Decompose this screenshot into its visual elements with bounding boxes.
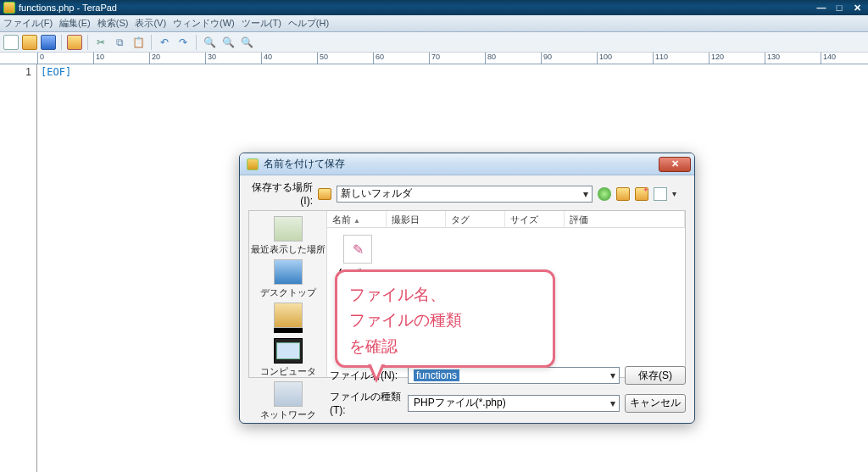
dialog-titlebar[interactable]: 名前を付けて保存 ✕ (240, 153, 694, 175)
php-file-icon: ✎ (343, 235, 372, 264)
find-icon[interactable]: 🔍 (202, 35, 217, 50)
ruler-tick: 120 (709, 53, 724, 64)
ruler-tick: 30 (205, 53, 216, 64)
recent-search-icon[interactable]: 🔍 (239, 35, 254, 50)
ruler: 0 10 20 30 40 50 60 70 80 90 100 110 120… (0, 53, 868, 64)
annotation-line1: ファイル名、 (349, 282, 541, 308)
folder-icon (318, 188, 331, 200)
filetype-field[interactable]: PHPファイル(*.php) (408, 395, 620, 412)
col-rate[interactable]: 評価 (565, 211, 685, 227)
ruler-tick: 140 (821, 53, 836, 64)
menu-window[interactable]: ウィンドウ(W) (173, 17, 235, 30)
computer-icon (274, 338, 303, 364)
menu-view[interactable]: 表示(V) (135, 17, 166, 30)
location-combo[interactable]: 新しいフォルダ (337, 186, 593, 203)
views-icon[interactable] (654, 187, 667, 201)
location-value: 新しいフォルダ (341, 186, 412, 201)
cancel-button[interactable]: キャンセル (625, 394, 686, 413)
ruler-tick: 20 (149, 53, 160, 64)
open-file-icon[interactable] (22, 35, 37, 50)
app-titlebar: functions.php - TeraPad — □ ✕ (0, 0, 868, 15)
window-title: functions.php - TeraPad (19, 3, 117, 13)
toolbar-separator (61, 35, 62, 50)
menu-tool[interactable]: ツール(T) (242, 17, 281, 30)
eof-marker: [EOF] (41, 66, 71, 78)
ruler-tick: 70 (429, 53, 440, 64)
toolbar-separator (87, 35, 88, 50)
menu-file[interactable]: ファイル(F) (3, 17, 53, 30)
annotation-line2: ファイルの種類 (349, 308, 541, 333)
ruler-tick: 40 (261, 53, 272, 64)
dialog-icon (247, 158, 259, 170)
code-content[interactable]: [EOF] (37, 64, 71, 472)
recent-places-icon (274, 216, 303, 242)
sort-asc-icon: ▲ (353, 217, 360, 225)
dialog-title: 名前を付けて保存 (264, 157, 345, 171)
location-label: 保存する場所(I): (248, 180, 313, 207)
redo-icon[interactable]: ↷ (175, 35, 191, 50)
nav-up-icon[interactable] (616, 187, 630, 201)
save-file-icon[interactable] (41, 35, 56, 50)
nav-back-icon[interactable] (598, 187, 611, 201)
print-icon[interactable] (67, 35, 82, 50)
annotation-line3: を確認 (349, 334, 541, 359)
paste-icon[interactable]: 📋 (131, 35, 146, 50)
ruler-tick: 130 (765, 53, 780, 64)
cut-icon[interactable]: ✂ (93, 35, 108, 50)
maximize-button[interactable]: □ (832, 2, 847, 14)
ruler-tick: 90 (541, 53, 552, 64)
col-tag[interactable]: タグ (446, 211, 505, 227)
menu-edit[interactable]: 編集(E) (59, 17, 91, 30)
annotation-bubble: ファイル名、 ファイルの種類 を確認 (335, 269, 555, 368)
filetype-value: PHPファイル(*.php) (414, 396, 506, 410)
col-size[interactable]: サイズ (505, 211, 565, 227)
line-gutter: 1 (0, 64, 37, 472)
ruler-tick: 0 (37, 53, 44, 64)
filetype-label: ファイルの種類(T): (330, 390, 403, 416)
menu-bar: ファイル(F) 編集(E) 検索(S) 表示(V) ウィンドウ(W) ツール(T… (0, 15, 868, 32)
desktop-icon (274, 259, 303, 285)
ruler-tick: 110 (653, 53, 668, 64)
save-button[interactable]: 保存(S) (625, 366, 686, 385)
col-name[interactable]: 名前▲ (327, 211, 387, 227)
tool-bar: ✂ ⧉ 📋 ↶ ↷ 🔍 🔍 🔍 (0, 32, 868, 53)
ruler-tick: 80 (485, 53, 496, 64)
ruler-tick: 50 (317, 53, 328, 64)
copy-icon[interactable]: ⧉ (112, 35, 127, 50)
filename-value: functions (414, 369, 459, 381)
places-bar: 最近表示した場所 デスクトップ コンピュータ ネットワーク (249, 211, 327, 377)
col-date[interactable]: 撮影日 (387, 211, 446, 227)
menu-help[interactable]: ヘルプ(H) (288, 17, 329, 30)
minimize-button[interactable]: — (814, 2, 829, 14)
place-library[interactable] (249, 303, 326, 335)
undo-icon[interactable]: ↶ (157, 35, 172, 50)
line-number: 1 (25, 66, 31, 78)
ruler-tick: 100 (597, 53, 612, 64)
toolbar-separator (151, 35, 152, 50)
place-desktop[interactable]: デスクトップ (249, 259, 326, 299)
file-list-header[interactable]: 名前▲ 撮影日 タグ サイズ 評価 (327, 211, 685, 228)
ruler-tick: 60 (373, 53, 384, 64)
toolbar-separator (196, 35, 197, 50)
views-dropdown-icon[interactable] (672, 187, 686, 201)
dialog-close-button[interactable]: ✕ (659, 157, 691, 172)
new-folder-icon[interactable] (635, 187, 648, 201)
menu-search[interactable]: 検索(S) (97, 17, 129, 30)
close-button[interactable]: ✕ (849, 2, 865, 14)
place-recent[interactable]: 最近表示した場所 (249, 216, 326, 256)
place-desktop-label: デスクトップ (249, 286, 326, 299)
ruler-tick: 10 (93, 53, 104, 64)
annotation-bubble-tail (368, 364, 385, 383)
library-icon (274, 303, 303, 328)
place-recent-label: 最近表示した場所 (249, 243, 326, 256)
replace-icon[interactable]: 🔍 (220, 35, 236, 50)
app-icon (3, 2, 15, 14)
filename-label: ファイル名(N): (330, 369, 403, 383)
new-file-icon[interactable] (3, 35, 19, 50)
filename-field[interactable]: functions (408, 367, 620, 384)
library-label-redacted (274, 328, 303, 333)
